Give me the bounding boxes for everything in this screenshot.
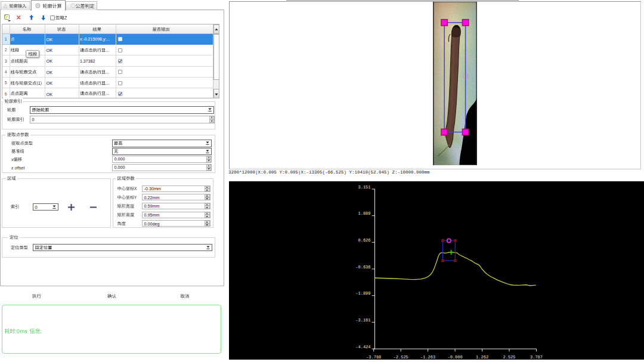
- svg-text:-4.424: -4.424: [355, 345, 370, 349]
- svg-text:1.262: 1.262: [476, 355, 488, 360]
- svg-text:2.525: 2.525: [503, 355, 515, 360]
- svg-text:-1.263: -1.263: [420, 355, 435, 360]
- svg-text:-2.525: -2.525: [394, 355, 408, 360]
- svg-text:-0.000: -0.000: [447, 355, 462, 360]
- svg-text:-3.161: -3.161: [355, 318, 370, 323]
- svg-text:3.787: 3.787: [530, 355, 543, 360]
- svg-text:0.626: 0.626: [358, 238, 370, 243]
- svg-text:3.151: 3.151: [358, 185, 370, 190]
- svg-text:1.889: 1.889: [358, 211, 370, 216]
- svg-text:-1.899: -1.899: [355, 291, 370, 296]
- svg-text:-0.636: -0.636: [355, 265, 370, 270]
- svg-text:-3.788: -3.788: [366, 355, 381, 360]
